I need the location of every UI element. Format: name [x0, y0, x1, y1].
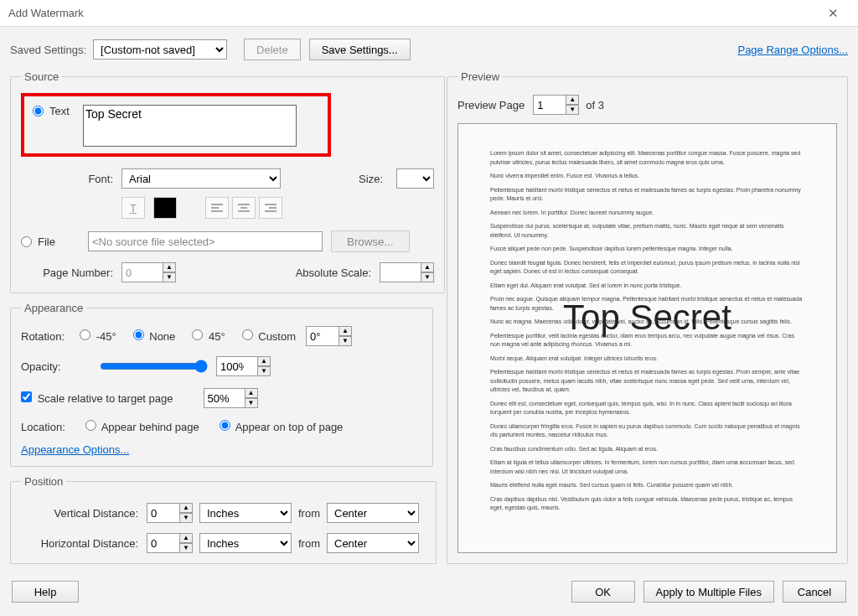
spin-down-icon[interactable]: ▼	[179, 513, 193, 523]
rot-custom-radio[interactable]: Custom	[242, 329, 296, 343]
vdist-input[interactable]	[147, 503, 180, 523]
rot-custom-spinner[interactable]: ▲▼	[306, 326, 352, 346]
location-row: Location: Appear behind page Appear on t…	[21, 420, 422, 433]
align-left-icon[interactable]	[205, 197, 229, 219]
close-icon[interactable]: ✕	[816, 6, 850, 21]
scale-relative-row: Scale relative to target page ▲▼	[21, 388, 422, 408]
color-swatch[interactable]	[153, 197, 177, 219]
vdist-spinner[interactable]: ▲▼	[147, 503, 193, 523]
appearance-options-link[interactable]: Appearance Options...	[21, 443, 129, 456]
vdist-row: Vertical Distance: ▲▼ Inches from Center	[21, 503, 426, 523]
hdist-from-select[interactable]: Center	[327, 533, 419, 553]
preview-of-label: of 3	[586, 99, 604, 111]
preview-paragraph: Pellentesque habitant morbi tristique se…	[490, 368, 804, 395]
preview-page-input[interactable]	[533, 95, 566, 115]
size-label: Size:	[291, 173, 391, 185]
browse-button[interactable]: Browse...	[331, 230, 410, 252]
font-select[interactable]: Arial	[121, 168, 281, 189]
spin-up-icon[interactable]: ▲	[566, 95, 579, 105]
opacity-label: Opacity:	[21, 360, 80, 373]
spin-up-icon[interactable]: ▲	[179, 503, 193, 513]
page-number-row: Page Number: ▲▼ Absolute Scale: ▲▼	[21, 262, 434, 282]
absolute-scale-spinner[interactable]: ▲▼	[380, 262, 434, 282]
preview-paragraph: Mauris eleifend nulla eget mauris. Sed c…	[490, 481, 804, 490]
window-title: Add Watermark	[8, 7, 816, 19]
spin-down-icon[interactable]: ▼	[179, 543, 193, 553]
apply-multiple-button[interactable]: Apply to Multiple Files	[644, 581, 774, 603]
underline-icon[interactable]: T	[121, 197, 145, 219]
watermark-text-input[interactable]: Top Secret	[83, 105, 297, 147]
delete-button[interactable]: Delete	[244, 39, 301, 60]
hdist-input[interactable]	[147, 533, 180, 553]
left-column: Source Text Top Secret Font: Arial	[10, 70, 433, 572]
rot-45-radio[interactable]: 45°	[192, 329, 225, 343]
vdist-units-select[interactable]: Inches	[199, 503, 292, 523]
preview-paragraph: Lorem ipsum dolor sit amet, consectetuer…	[490, 149, 804, 167]
file-radio-input[interactable]	[21, 236, 32, 247]
text-radio-input[interactable]	[33, 106, 44, 116]
preview-paragraph: Donec blandit feugiat ligula. Donec hend…	[490, 259, 804, 277]
spin-up-icon[interactable]: ▲	[339, 326, 352, 336]
format-toolbar: T	[21, 197, 434, 219]
rot-neg45-radio[interactable]: -45°	[80, 329, 116, 343]
spin-down-icon[interactable]: ▼	[339, 336, 352, 346]
spin-down-icon[interactable]: ▼	[163, 272, 176, 282]
text-radio[interactable]: Text	[33, 105, 83, 117]
position-legend: Position	[21, 475, 66, 488]
page-number-spinner[interactable]: ▲▼	[121, 262, 176, 282]
rotation-label: Rotation:	[21, 330, 80, 343]
preview-fieldset: Preview Preview Page ▲▼ of 3 Top Secret …	[447, 70, 848, 564]
help-button[interactable]: Help	[12, 581, 79, 603]
titlebar: Add Watermark ✕	[0, 0, 858, 27]
spin-up-icon[interactable]: ▲	[163, 262, 176, 272]
spin-up-icon[interactable]: ▲	[257, 356, 271, 366]
scale-relative-checkbox[interactable]: Scale relative to target page	[21, 391, 173, 405]
spin-up-icon[interactable]: ▲	[421, 262, 434, 272]
preview-paragraph: Pellentesque habitant morbi tristique se…	[490, 186, 804, 204]
page-number-label: Page Number:	[21, 267, 121, 279]
preview-paragraph: Donec ullamcorper fringilla eros. Fusce …	[490, 422, 804, 440]
source-fieldset: Source Text Top Secret Font: Arial	[10, 70, 445, 293]
font-row: Font: Arial Size:	[21, 168, 434, 189]
preview-paragraph: Fusce aliquet pede non pede. Suspendisse…	[490, 245, 804, 254]
preview-page-label: Preview Page	[457, 99, 525, 111]
align-right-icon[interactable]	[259, 197, 282, 219]
vdist-from-select[interactable]: Center	[327, 503, 419, 523]
opacity-spinner[interactable]: ▲▼	[216, 356, 271, 376]
spin-down-icon[interactable]: ▼	[245, 398, 258, 408]
rot-custom-input[interactable]	[306, 326, 339, 346]
align-center-icon[interactable]	[232, 197, 256, 219]
absolute-scale-input[interactable]	[380, 262, 421, 282]
scale-input[interactable]	[204, 388, 246, 408]
hdist-label: Horizontal Distance:	[21, 537, 147, 550]
saved-settings-select[interactable]: [Custom-not saved]	[93, 39, 227, 60]
opacity-input[interactable]	[216, 356, 258, 376]
spin-down-icon[interactable]: ▼	[257, 366, 271, 376]
scale-spinner[interactable]: ▲▼	[204, 388, 258, 408]
save-settings-button[interactable]: Save Settings...	[309, 39, 411, 60]
text-source-highlight: Text Top Secret	[21, 93, 331, 157]
opacity-slider[interactable]	[100, 360, 208, 373]
appearance-fieldset: Appearance Rotation: -45° None 45° Custo…	[10, 302, 433, 467]
rot-none-radio[interactable]: None	[133, 329, 176, 343]
hdist-units-select[interactable]: Inches	[199, 533, 292, 553]
spin-up-icon[interactable]: ▲	[179, 533, 193, 543]
spin-up-icon[interactable]: ▲	[245, 388, 258, 398]
loc-behind-radio[interactable]: Appear behind page	[85, 420, 199, 433]
size-select[interactable]	[396, 168, 434, 189]
loc-ontop-radio[interactable]: Appear on top of page	[220, 420, 344, 433]
page-number-input[interactable]	[121, 262, 163, 282]
align-group	[205, 197, 282, 219]
preview-paragraph: Nunc ac magna. Maecenas odio dolor, vulp…	[490, 318, 804, 327]
hdist-spinner[interactable]: ▲▼	[147, 533, 193, 553]
preview-paragraph: Etiam eget dui. Aliquam erat volutpat. S…	[490, 282, 804, 291]
ok-button[interactable]: OK	[571, 581, 635, 603]
spin-down-icon[interactable]: ▼	[421, 272, 434, 282]
preview-page-spinner[interactable]: ▲▼	[533, 95, 579, 115]
preview-page-row: Preview Page ▲▼ of 3	[457, 95, 837, 115]
file-radio[interactable]: File	[21, 236, 80, 248]
spin-down-icon[interactable]: ▼	[566, 105, 579, 115]
preview-paragraph: Proin nec augue. Quisque aliquam tempor …	[490, 295, 804, 313]
page-range-options-link[interactable]: Page Range Options...	[737, 44, 848, 56]
cancel-button[interactable]: Cancel	[783, 581, 846, 603]
